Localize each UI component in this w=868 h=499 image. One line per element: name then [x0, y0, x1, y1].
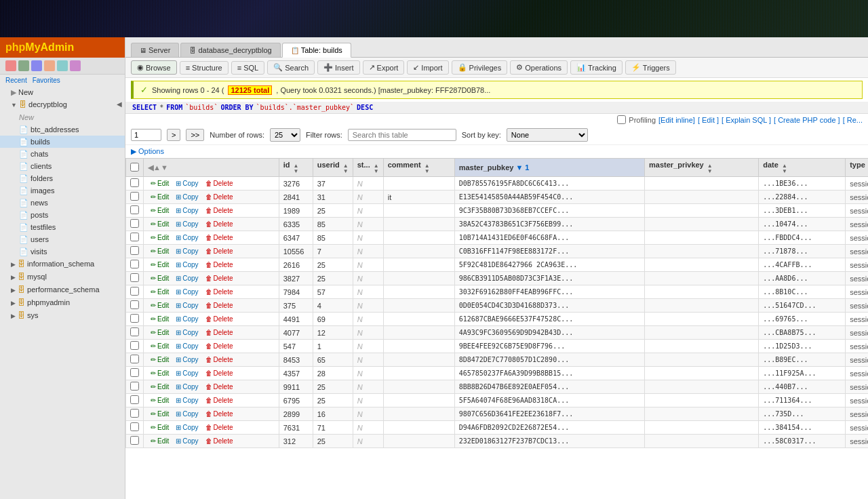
row-checkbox[interactable]: [130, 314, 139, 323]
copy-btn[interactable]: ⊞ Copy: [173, 355, 201, 364]
sidebar-item-phpmyadmin[interactable]: ▶ 🗄 phpmyadmin: [0, 296, 125, 309]
copy-btn[interactable]: ⊞ Copy: [173, 233, 201, 242]
copy-btn[interactable]: ⊞ Copy: [173, 369, 201, 378]
delete-btn[interactable]: 🗑 Delete: [203, 437, 236, 445]
toolbar-browse[interactable]: ◉ Browse: [131, 60, 177, 75]
sidebar-item-sys[interactable]: ▶ 🗄 sys: [0, 309, 125, 322]
row-checkbox[interactable]: [130, 355, 139, 363]
sidebar-item-clients[interactable]: 📄 clients: [0, 160, 125, 172]
edit-btn[interactable]: ✏ Edit: [148, 220, 172, 228]
edit-btn[interactable]: ✏ Edit: [148, 369, 172, 378]
delete-btn[interactable]: 🗑 Delete: [203, 369, 236, 378]
delete-btn[interactable]: 🗑 Delete: [203, 287, 236, 296]
icon-settings[interactable]: [44, 60, 55, 71]
icon-db[interactable]: [18, 60, 29, 71]
sidebar-item-builds[interactable]: 📄 builds: [0, 136, 125, 148]
delete-btn[interactable]: 🗑 Delete: [203, 260, 236, 269]
row-checkbox[interactable]: [130, 300, 139, 309]
create-php-link[interactable]: [ Create PHP code ]: [774, 116, 840, 124]
row-checkbox[interactable]: [130, 327, 139, 336]
toolbar-privileges[interactable]: 🔒 Privileges: [452, 60, 508, 75]
copy-btn[interactable]: ⊞ Copy: [173, 206, 201, 215]
delete-btn[interactable]: 🗑 Delete: [203, 315, 236, 323]
toolbar-sql[interactable]: ≡ SQL: [231, 61, 264, 75]
sidebar-item-testfiles[interactable]: 📄 testfiles: [0, 221, 125, 233]
copy-btn[interactable]: ⊞ Copy: [173, 301, 201, 310]
total-count[interactable]: 12125 total: [228, 85, 272, 95]
edit-btn[interactable]: ✏ Edit: [148, 179, 172, 188]
toolbar-tracking[interactable]: 📊 Tracking: [570, 60, 623, 75]
edit-btn[interactable]: ✏ Edit: [148, 315, 172, 323]
delete-btn[interactable]: 🗑 Delete: [203, 301, 236, 310]
delete-btn[interactable]: 🗑 Delete: [203, 193, 236, 201]
sidebar-item-mysql[interactable]: ▶ 🗄 mysql: [0, 271, 125, 283]
copy-btn[interactable]: ⊞ Copy: [173, 193, 201, 201]
delete-btn[interactable]: 🗑 Delete: [203, 206, 236, 215]
toolbar-triggers[interactable]: ⚡ Triggers: [625, 60, 676, 75]
page-next-btn[interactable]: >: [167, 129, 180, 141]
sidebar-item-folders[interactable]: 📄 folders: [0, 172, 125, 184]
th-userid[interactable]: userid ▲▼: [313, 159, 353, 177]
favorites-link[interactable]: Favorites: [33, 77, 60, 84]
row-checkbox[interactable]: [130, 246, 139, 255]
delete-btn[interactable]: 🗑 Delete: [203, 382, 236, 391]
copy-btn[interactable]: ⊞ Copy: [173, 287, 201, 296]
icon-exit[interactable]: [70, 60, 81, 71]
delete-btn[interactable]: 🗑 Delete: [203, 274, 236, 283]
sidebar-item-btc_addresses[interactable]: 📄 btc_addresses: [0, 123, 125, 136]
icon-user[interactable]: [31, 60, 42, 71]
select-all-checkbox[interactable]: [130, 163, 139, 172]
edit-btn[interactable]: ✏ Edit: [148, 437, 172, 445]
row-checkbox[interactable]: [130, 395, 139, 404]
th-comment[interactable]: comment ▲▼: [383, 159, 454, 177]
th-status[interactable]: st... ▲▼: [353, 159, 383, 177]
copy-btn[interactable]: ⊞ Copy: [173, 274, 201, 283]
th-date[interactable]: date ▲▼: [759, 159, 846, 177]
edit-btn[interactable]: ✏ Edit: [148, 410, 172, 418]
copy-btn[interactable]: ⊞ Copy: [173, 179, 201, 188]
row-checkbox[interactable]: [130, 382, 139, 391]
sort-key-select[interactable]: None: [507, 128, 588, 142]
options-toggle[interactable]: ▶ Options: [131, 147, 164, 155]
sidebar-item-decryptblog[interactable]: ▼ 🗄 decryptblog ◀: [0, 98, 125, 111]
copy-btn[interactable]: ⊞ Copy: [173, 328, 201, 337]
th-type[interactable]: type ▲▼: [846, 159, 868, 177]
copy-btn[interactable]: ⊞ Copy: [173, 247, 201, 256]
refresh-link[interactable]: [ Re...: [843, 116, 863, 124]
delete-btn[interactable]: 🗑 Delete: [203, 233, 236, 242]
delete-btn[interactable]: 🗑 Delete: [203, 355, 236, 364]
delete-btn[interactable]: 🗑 Delete: [203, 328, 236, 337]
sidebar-item-chats[interactable]: 📄 chats: [0, 148, 125, 160]
sidebar-item-new-top[interactable]: ▶ New: [0, 86, 125, 98]
sidebar-item-news[interactable]: 📄 news: [0, 197, 125, 209]
page-last-btn[interactable]: >>: [186, 129, 204, 141]
explain-sql-link[interactable]: [ Explain SQL ]: [722, 116, 771, 124]
copy-btn[interactable]: ⊞ Copy: [173, 382, 201, 391]
copy-btn[interactable]: ⊞ Copy: [173, 220, 201, 228]
row-checkbox[interactable]: [130, 422, 139, 431]
profiling-checkbox[interactable]: [617, 115, 626, 124]
toolbar-export[interactable]: ↗ Export: [363, 60, 405, 75]
edit-btn[interactable]: ✏ Edit: [148, 206, 172, 215]
delete-btn[interactable]: 🗑 Delete: [203, 423, 236, 432]
icon-info[interactable]: [57, 60, 68, 71]
collapse-decryptblog[interactable]: ◀: [117, 99, 122, 110]
sidebar-item-new-db[interactable]: New: [0, 111, 125, 123]
row-checkbox[interactable]: [130, 233, 139, 241]
th-id[interactable]: id ▲▼: [279, 159, 313, 177]
sidebar-item-images[interactable]: 📄 images: [0, 184, 125, 197]
edit-link[interactable]: [ Edit ]: [698, 116, 719, 124]
row-checkbox[interactable]: [130, 273, 139, 282]
row-checkbox[interactable]: [130, 178, 139, 187]
sidebar-item-visits[interactable]: 📄 visits: [0, 245, 125, 258]
toolbar-operations[interactable]: ⚙ Operations: [510, 60, 568, 75]
th-master-privkey[interactable]: master_privkey ▲▼: [645, 159, 759, 177]
edit-btn[interactable]: ✏ Edit: [148, 193, 172, 201]
copy-btn[interactable]: ⊞ Copy: [173, 423, 201, 432]
edit-btn[interactable]: ✏ Edit: [148, 287, 172, 296]
page-number-input[interactable]: [131, 129, 161, 141]
edit-btn[interactable]: ✏ Edit: [148, 328, 172, 337]
row-checkbox[interactable]: [130, 287, 139, 296]
toolbar-import[interactable]: ↙ Import: [407, 60, 448, 75]
delete-btn[interactable]: 🗑 Delete: [203, 410, 236, 418]
